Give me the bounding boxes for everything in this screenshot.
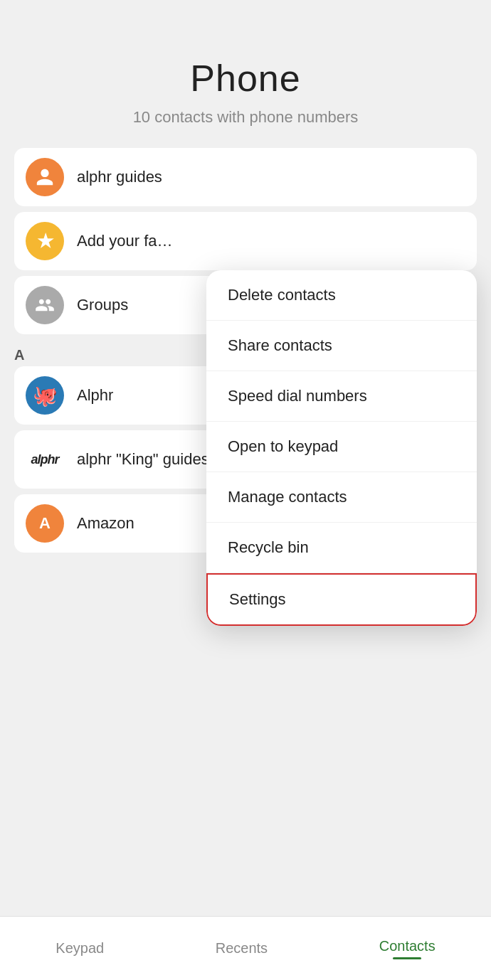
contact-name: Alphr: [77, 386, 113, 405]
avatar: [26, 158, 64, 196]
menu-item-speed-dial[interactable]: Speed dial numbers: [206, 371, 477, 422]
keypad-label: Keypad: [56, 940, 104, 957]
bottom-nav: Keypad Recents Contacts: [0, 916, 491, 980]
recents-label: Recents: [216, 940, 268, 957]
contact-name: alphr guides: [77, 168, 162, 186]
contacts-label: Contacts: [379, 938, 435, 954]
star-icon: ★: [37, 230, 53, 252]
menu-item-recycle-bin[interactable]: Recycle bin: [206, 523, 477, 573]
nav-item-contacts[interactable]: Contacts: [379, 938, 435, 959]
header: Phone 10 contacts with phone numbers: [0, 0, 491, 148]
list-item[interactable]: ★ Add your fa…: [14, 212, 477, 270]
list-item[interactable]: alphr guides: [14, 148, 477, 206]
avatar: alphr: [26, 440, 64, 479]
nav-item-keypad[interactable]: Keypad: [56, 940, 104, 957]
page-title: Phone: [0, 57, 491, 100]
nav-item-recents[interactable]: Recents: [216, 940, 268, 957]
contact-name: Amazon: [77, 514, 134, 533]
contact-name: Groups: [77, 296, 128, 314]
menu-item-share-contacts[interactable]: Share contacts: [206, 321, 477, 371]
avatar: [26, 286, 64, 324]
menu-item-settings[interactable]: Settings: [206, 573, 477, 626]
avatar: A: [26, 504, 64, 543]
dropdown-menu: Delete contacts Share contacts Speed dia…: [206, 270, 477, 626]
avatar: ★: [26, 222, 64, 260]
menu-item-open-keypad[interactable]: Open to keypad: [206, 422, 477, 472]
menu-item-manage-contacts[interactable]: Manage contacts: [206, 472, 477, 523]
alphr-logo: alphr: [31, 452, 58, 467]
avatar: 🐙: [26, 376, 64, 415]
contact-name: alphr "King" guides: [77, 450, 209, 469]
menu-item-delete-contacts[interactable]: Delete contacts: [206, 270, 477, 321]
contacts-count: 10 contacts with phone numbers: [0, 108, 491, 127]
contact-name: Add your fa…: [77, 232, 173, 250]
